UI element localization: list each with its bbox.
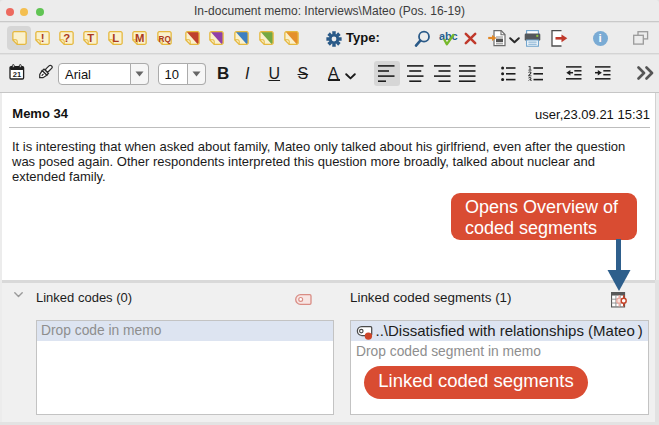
svg-text:M: M [135, 32, 144, 44]
svg-text:?: ? [64, 32, 71, 44]
svg-text:L: L [112, 32, 119, 44]
svg-text:21: 21 [13, 70, 22, 79]
svg-text:!: ! [41, 32, 45, 44]
svg-text:RQ: RQ [158, 35, 171, 44]
svg-text:T: T [87, 32, 94, 44]
